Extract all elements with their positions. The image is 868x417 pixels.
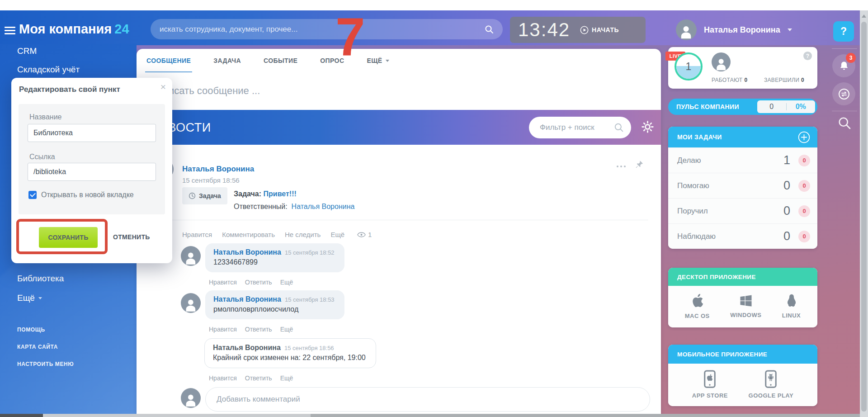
pin-icon[interactable] xyxy=(635,160,643,171)
avatar[interactable] xyxy=(712,52,731,71)
scrollbar-thumb[interactable] xyxy=(861,22,867,412)
gear-icon[interactable] xyxy=(642,121,654,135)
dialog-form: Название Библиотека Ссылка /biblioteka О… xyxy=(19,104,165,214)
messenger-button[interactable] xyxy=(832,82,855,105)
like-link[interactable]: Нравится xyxy=(209,326,237,333)
timer-time: 13:42 xyxy=(518,19,570,41)
company-logo[interactable]: Моя компания24 xyxy=(19,22,129,37)
help-icon[interactable]: ? xyxy=(803,52,812,60)
googleplay-download[interactable]: GOOGLE PLAY xyxy=(749,370,794,399)
finished-stat: ЗАВЕРШИЛИ0 xyxy=(764,77,804,83)
sidebar-help-link[interactable]: ПОМОЩЬ xyxy=(17,327,45,333)
like-link[interactable]: Нравится xyxy=(209,374,237,382)
post-author-link[interactable]: Наталья Воронина xyxy=(182,165,254,174)
logo-text: Моя компания xyxy=(19,22,112,36)
cancel-button[interactable]: ОТМЕНИТЬ xyxy=(113,233,150,241)
comment-author-link[interactable]: Наталья Воронина xyxy=(213,295,281,303)
more-options-icon[interactable] xyxy=(617,166,626,167)
post-type-badge: Задача xyxy=(182,187,227,204)
linux-icon xyxy=(785,294,798,308)
horizontal-scrollbar[interactable] xyxy=(0,414,860,417)
search-icon xyxy=(614,123,624,133)
more-link[interactable]: Ещё xyxy=(280,374,293,382)
like-link[interactable]: Нравится xyxy=(209,279,237,286)
dialog-title: Редактировать свой пункт xyxy=(19,85,120,94)
comment-author-link[interactable]: Наталья Воронина xyxy=(213,248,281,256)
sidebar-item-library[interactable]: Библиотека xyxy=(17,274,64,284)
task-row-helping[interactable]: Помогаю00 xyxy=(668,173,817,198)
annotation-step-number: 7 xyxy=(335,10,365,63)
desktop-app-widget: ДЕСКТОП ПРИЛОЖЕНИЕ MAC OS WINDOWS LINUX xyxy=(668,268,817,327)
mobile-app-header: МОБИЛЬНОЕ ПРИЛОЖЕНИЕ xyxy=(668,345,817,364)
sidebar-item-more[interactable]: Ещё xyxy=(17,293,42,303)
add-comment-input[interactable]: Добавить комментарий xyxy=(205,387,650,412)
more-link[interactable]: Ещё xyxy=(330,231,344,238)
comment-date: 15 сентября 18:53 xyxy=(285,296,335,303)
tab-message[interactable]: СООБЩЕНИЕ xyxy=(146,49,191,72)
reply-link[interactable]: Ответить xyxy=(245,374,272,382)
filter-search-input[interactable]: Фильтр + поиск xyxy=(529,117,631,138)
post-date: 15 сентября 18:56 xyxy=(182,176,240,184)
timer-start-label: НАЧАТЬ xyxy=(592,26,619,33)
comment-text: 12334667899 xyxy=(213,258,335,266)
avatar[interactable] xyxy=(181,293,201,313)
work-timer[interactable]: 13:42 НАЧАТЬ xyxy=(510,17,646,43)
unfollow-link[interactable]: Не следить xyxy=(285,231,321,238)
sidebar-item-crm[interactable]: CRM xyxy=(17,46,37,56)
macos-download[interactable]: MAC OS xyxy=(685,293,710,319)
time-tracking-gauge[interactable]: 1 xyxy=(675,52,703,81)
link-field-label: Ссылка xyxy=(29,153,55,161)
app-label: GOOGLE PLAY xyxy=(749,392,794,399)
link-field[interactable]: /biblioteka xyxy=(28,163,156,181)
comment-bubble: Наталья Воронина15 сентября 18:52 123346… xyxy=(205,243,344,272)
task-title-link[interactable]: Привет!!! xyxy=(264,190,297,198)
global-search-input[interactable]: искать сотрудника, документ, прочее... xyxy=(151,19,503,39)
user-menu[interactable]: Наталья Воронина xyxy=(676,19,792,40)
user-name: Наталья Воронина xyxy=(704,25,780,35)
task-row-doing[interactable]: Делаю10 xyxy=(668,147,817,173)
help-button[interactable]: ? xyxy=(833,21,854,42)
menu-toggle-icon[interactable] xyxy=(5,27,15,36)
tab-event[interactable]: СОБЫТИЕ xyxy=(264,49,297,72)
task-row-assigned[interactable]: Поручил00 xyxy=(668,198,817,223)
checkbox-checked-icon[interactable] xyxy=(28,191,37,199)
scrollbar-thumb[interactable] xyxy=(0,414,43,417)
sidebar-sitemap-link[interactable]: КАРТА САЙТА xyxy=(17,344,58,350)
task-row-watching[interactable]: Наблюдаю00 xyxy=(668,223,817,249)
more-link[interactable]: Ещё xyxy=(280,326,293,333)
system-comment-bubble: Наталья Воронина15 сентября 18:56 Крайни… xyxy=(204,338,376,368)
person-icon xyxy=(184,391,198,408)
sidebar-configure-menu-link[interactable]: НАСТРОИТЬ МЕНЮ xyxy=(17,361,74,367)
avatar xyxy=(676,19,697,40)
open-in-new-tab-option[interactable]: Открывать в новой вкладке xyxy=(28,191,134,199)
clock-icon xyxy=(189,192,196,199)
reply-link[interactable]: Ответить xyxy=(245,326,272,333)
responsible-link[interactable]: Наталья Воронина xyxy=(292,203,355,210)
post-task-title: Задача: Привет!!! xyxy=(234,190,297,198)
search-icon[interactable] xyxy=(838,116,851,132)
like-link[interactable]: Нравится xyxy=(182,231,212,238)
close-icon[interactable]: × xyxy=(160,81,166,92)
vertical-scrollbar[interactable] xyxy=(860,10,868,417)
add-task-icon[interactable] xyxy=(798,131,810,143)
checkbox-label: Открывать в новой вкладке xyxy=(41,191,134,199)
comment-link[interactable]: Комментировать xyxy=(222,231,275,238)
name-field[interactable]: Библиотека xyxy=(28,124,156,142)
windows-download[interactable]: WINDOWS xyxy=(730,294,761,318)
avatar[interactable] xyxy=(181,246,201,266)
reply-link[interactable]: Ответить xyxy=(245,279,272,286)
appstore-download[interactable]: APP STORE xyxy=(692,370,728,399)
top-bar: Моя компания24 искать сотрудника, докуме… xyxy=(0,10,860,45)
timer-start-button[interactable]: НАЧАТЬ xyxy=(580,26,619,34)
more-link[interactable]: Ещё xyxy=(280,279,293,286)
tab-more[interactable]: ЕЩЁ xyxy=(367,49,389,72)
sidebar-item-warehouse[interactable]: Складской учёт xyxy=(17,65,80,75)
task-badge: 0 xyxy=(798,205,810,217)
tab-task[interactable]: ЗАДАЧА xyxy=(213,49,241,72)
comment-bubble: Наталья Воронина15 сентября 18:53 рмолпо… xyxy=(205,290,344,319)
scroll-up-arrow-icon[interactable] xyxy=(862,14,866,18)
linux-download[interactable]: LINUX xyxy=(782,294,801,319)
chat-icon xyxy=(838,88,850,100)
company-pulse-widget[interactable]: ПУЛЬС КОМПАНИИ 0 0% xyxy=(668,99,817,115)
divider xyxy=(149,220,648,220)
